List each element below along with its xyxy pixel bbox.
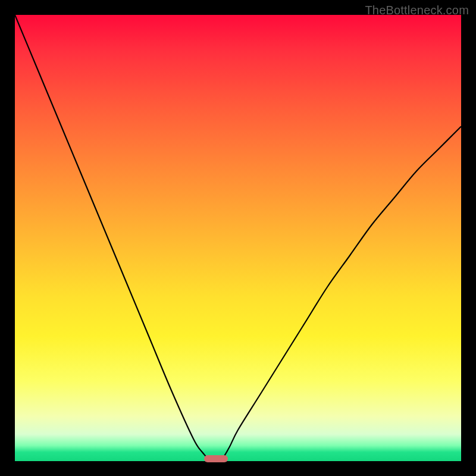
optimal-point-marker — [204, 455, 228, 462]
curve-path — [15, 15, 461, 461]
watermark-text: TheBottleneck.com — [365, 4, 469, 17]
plot-frame — [15, 15, 461, 461]
bottleneck-curve — [15, 15, 461, 461]
